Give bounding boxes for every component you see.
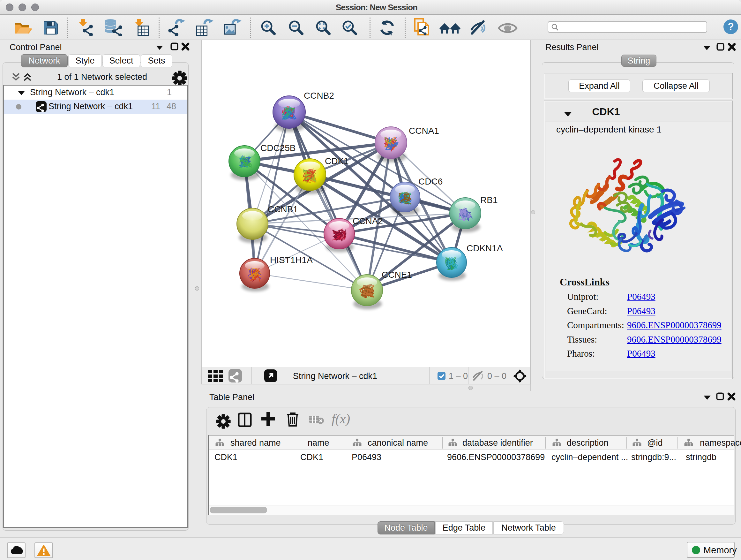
svg-text:CDKN1A: CDKN1A (467, 243, 503, 253)
svg-text:CCNA2: CCNA2 (353, 216, 383, 226)
svg-text:CCNE1: CCNE1 (382, 270, 412, 280)
svg-text:CCNB1: CCNB1 (268, 204, 298, 214)
svg-text:RB1: RB1 (480, 195, 497, 205)
svg-text:CCNB2: CCNB2 (304, 91, 334, 101)
svg-text:CDK1: CDK1 (325, 156, 349, 166)
svg-text:HIST1H1A: HIST1H1A (270, 255, 313, 265)
svg-text:?: ? (728, 21, 734, 32)
svg-text:CDC6: CDC6 (418, 177, 443, 186)
svg-text:CCNA1: CCNA1 (409, 126, 439, 136)
svg-text:CDC25B: CDC25B (260, 143, 295, 153)
